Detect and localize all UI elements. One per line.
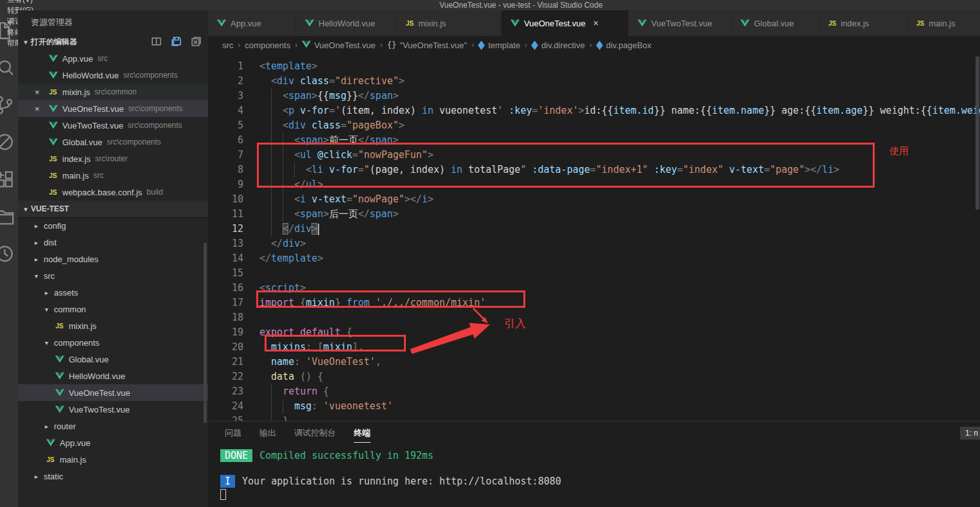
toggle-vertical-layout-icon[interactable] [151, 36, 162, 49]
panel-tab-问题[interactable]: 问题 [225, 427, 241, 443]
editor-scrollbar[interactable] [976, 57, 979, 209]
sidebar-scrollbar[interactable] [204, 243, 207, 423]
open-editor-item[interactable]: App.vuesrc [18, 50, 208, 67]
tab-mainjs[interactable]: JSmain.js [907, 10, 980, 36]
tree-item-assets[interactable]: ▸assets [18, 284, 208, 301]
breadcrumb-item[interactable]: components [245, 40, 290, 50]
save-all-icon[interactable] [171, 36, 182, 49]
line-number: 3 [208, 89, 259, 103]
line-number: 17 [208, 296, 259, 310]
vue-file-icon [48, 71, 58, 79]
code-line: 6 <span>前一页</span> [208, 133, 980, 148]
project-root-header[interactable]: ▾ VUE-TEST [18, 200, 208, 217]
panel-tab-终端[interactable]: 终端 [354, 427, 371, 443]
code-editor[interactable]: 1<template>2 <div class="directive">3 <s… [208, 54, 980, 421]
tree-item-node_modules[interactable]: ▸node_modules [18, 251, 208, 267]
code-line: 15 [208, 266, 980, 281]
tree-item-HelloWorldvue[interactable]: HelloWorld.vue [18, 368, 208, 384]
breadcrumb-item[interactable]: div.directive [532, 40, 585, 50]
js-file-icon: JS [406, 20, 414, 27]
breadcrumb-item[interactable]: {}"VueOneTest.vue" [387, 40, 467, 50]
open-editor-item[interactable]: JSmain.jssrc [18, 167, 208, 184]
chevron-right-icon: ▸ [35, 239, 44, 246]
open-editor-item[interactable]: Global.vuesrc\components [18, 134, 208, 150]
code-line: 9 </ul> [208, 177, 980, 192]
activity-bar [0, 10, 18, 507]
line-number: 16 [208, 281, 259, 296]
tab-label: HelloWorld.vue [319, 19, 375, 28]
tree-item-Globalvue[interactable]: Global.vue [18, 351, 208, 368]
terminal-output[interactable]: DONE Compiled successfully in 192ms I Yo… [208, 443, 980, 501]
open-editors-header[interactable]: ▾ 打开的编辑器 [18, 33, 208, 50]
vue-file-icon [54, 389, 65, 396]
close-icon[interactable]: × [35, 104, 44, 114]
vue-file-icon [305, 19, 314, 27]
close-all-editors-icon[interactable] [191, 36, 202, 49]
search-icon[interactable] [0, 57, 15, 78]
chevron-right-icon: ▸ [45, 289, 54, 296]
close-icon[interactable]: × [593, 18, 599, 28]
chevron-down-icon: ▾ [45, 306, 54, 313]
terminal-badge: DONE [220, 449, 252, 462]
tab-HelloWorldvue[interactable]: HelloWorld.vue [296, 10, 397, 36]
open-editor-item[interactable]: ×VueOneTest.vuesrc\components [18, 100, 208, 117]
open-editor-item[interactable]: JSwebpack.base.conf.jsbuild [18, 184, 208, 200]
open-editor-item[interactable]: HelloWorld.vuesrc\components [18, 67, 208, 84]
tree-item-components[interactable]: ▾components [18, 334, 208, 351]
tree-item-Appvue[interactable]: App.vue [18, 434, 208, 451]
tree-item-VueTwoTestvue[interactable]: VueTwoTest.vue [18, 401, 208, 418]
menu-item-V[interactable]: 查看(V) [0, 0, 40, 5]
code-line: 5 <div class="pageBox"> [208, 118, 980, 133]
tab-Globalvue[interactable]: Global.vue [731, 10, 819, 36]
chevron-right-icon: ▸ [35, 473, 44, 480]
vue-file-icon [48, 55, 58, 62]
code-line: 21 name: 'VueOneTest', [208, 355, 980, 369]
tab-indexjs[interactable]: JSindex.js [819, 10, 907, 36]
tree-item-mainjs[interactable]: JSmain.js [18, 451, 208, 468]
chevron-right-icon: ▸ [45, 423, 54, 430]
tab-Appvue[interactable]: App.vue [208, 10, 296, 36]
extensions-icon[interactable] [0, 168, 15, 190]
tab-VueTwoTestvue[interactable]: VueTwoTest.vue [629, 10, 731, 36]
breadcrumb-separator-icon: › [380, 40, 383, 49]
open-editor-item[interactable]: ×JSmixin.jssrc\common [18, 84, 208, 100]
chevron-down-icon: ▾ [35, 272, 44, 280]
tree-item-src[interactable]: ▾src [18, 267, 208, 284]
tree-item-dist[interactable]: ▸dist [18, 234, 208, 251]
tab-mixinjs[interactable]: JSmixin.js [397, 10, 502, 36]
source-control-icon[interactable] [0, 94, 15, 116]
debug-icon[interactable] [0, 131, 15, 153]
code-line: 1<template> [208, 59, 980, 74]
tree-item-static[interactable]: ▸static [18, 468, 208, 485]
breadcrumb-item[interactable]: template [478, 40, 520, 50]
line-number: 2 [208, 74, 259, 89]
tree-item-router[interactable]: ▸router [18, 418, 208, 434]
tree-item-common[interactable]: ▾common [18, 301, 208, 317]
clock-icon[interactable] [0, 243, 15, 265]
tree-item-mixinjs[interactable]: JSmixin.js [18, 317, 208, 334]
vue-file-icon [302, 40, 311, 50]
line-number: 5 [208, 118, 259, 133]
line-number: 21 [208, 355, 259, 369]
tab-VueOneTestvue[interactable]: VueOneTest.vue× [502, 10, 629, 36]
tree-item-config[interactable]: ▸config [18, 217, 208, 234]
folder-icon[interactable] [0, 206, 15, 227]
breadcrumb-item[interactable]: div.pageBox [597, 40, 652, 50]
tree-item-VueOneTestvue[interactable]: VueOneTest.vue [18, 384, 208, 401]
title-bar: 文件(F)编辑(E)选择(S)查看(V)转到(G)调试(D)终端(T)帮助(H)… [0, 0, 980, 10]
terminal-selector-dropdown[interactable]: 1: n [960, 427, 980, 440]
symbol-cube-icon [478, 40, 485, 50]
panel-tab-调试控制台[interactable]: 调试控制台 [294, 427, 336, 443]
panel-tab-输出[interactable]: 输出 [259, 427, 276, 443]
vue-file-icon [54, 355, 65, 363]
chevron-down-icon: ▾ [45, 339, 54, 346]
close-icon[interactable]: × [35, 87, 44, 97]
breadcrumb-item[interactable]: VueOneTest.vue [302, 40, 376, 50]
open-editor-item[interactable]: JSindex.jssrc\router [18, 150, 208, 167]
breadcrumb-separator-icon: › [471, 40, 474, 49]
code-line: 25 } [208, 414, 980, 421]
open-editor-item[interactable]: VueTwoTest.vuesrc\components [18, 117, 208, 134]
vue-file-icon [54, 372, 65, 380]
vue-file-icon [48, 105, 58, 112]
breadcrumb-item[interactable]: src [222, 40, 233, 50]
